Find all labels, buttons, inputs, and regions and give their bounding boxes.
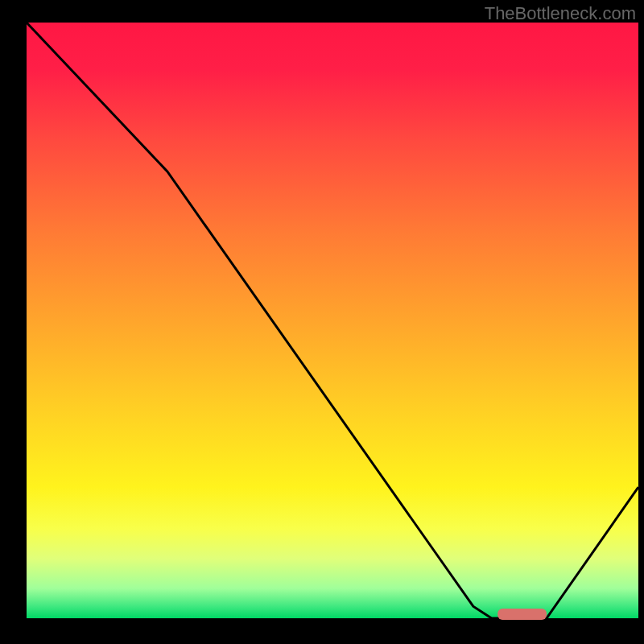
chart-container: TheBottleneck.com — [0, 0, 644, 644]
gradient-background — [27, 23, 638, 618]
watermark-text: TheBottleneck.com — [485, 3, 636, 24]
optimal-range-marker — [497, 609, 547, 620]
bottleneck-chart — [0, 0, 644, 644]
